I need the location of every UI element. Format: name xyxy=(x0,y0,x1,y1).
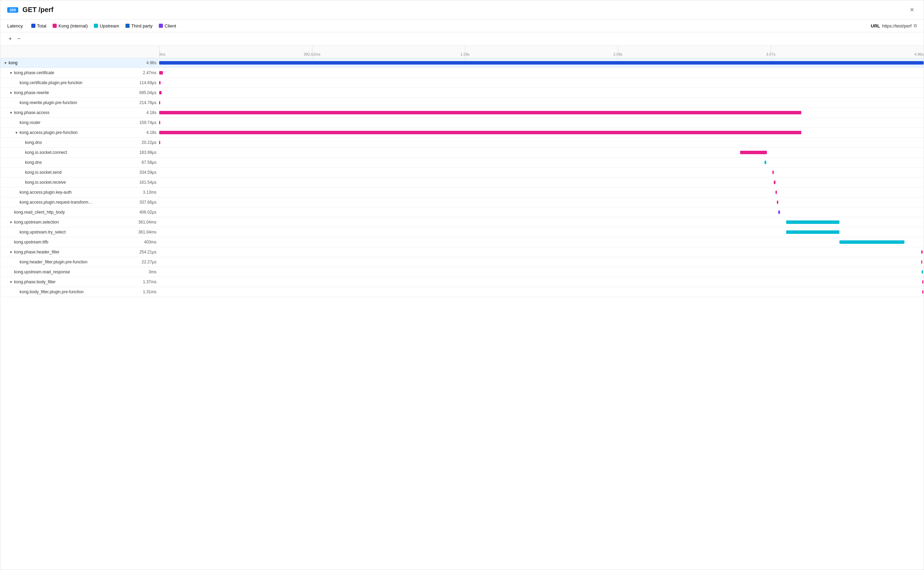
tree-cell: kong.io.socket.send 334.59µs xyxy=(0,167,159,177)
row-name: kong.upstream.read_response xyxy=(14,270,132,274)
tree-cell: kong.access.plugin.key-auth 3.13ms xyxy=(0,187,159,197)
bar xyxy=(740,151,767,154)
header: 200 GET /perf × xyxy=(0,0,924,20)
row-name: kong.io.socket.connect xyxy=(25,150,132,155)
tree-cell: kong.rewrite.plugin.pre-function 214.78µ… xyxy=(0,98,159,107)
tree-cell: kong.dns 20.22µs xyxy=(0,138,159,147)
table-row: kong.dns 67.58µs xyxy=(0,158,924,167)
tree-cell: kong.upstream.try_select 361.04ms xyxy=(0,227,159,237)
row-name: kong.certificate.plugin.pre-function xyxy=(19,80,132,85)
bar xyxy=(159,121,160,124)
modal: 200 GET /perf × Latency Total Kong (inte… xyxy=(0,0,924,570)
client-label: Client xyxy=(165,23,176,29)
row-name: kong.phase.access xyxy=(14,110,132,115)
row-value: 334.59µs xyxy=(132,170,157,175)
chart-cell xyxy=(159,118,924,127)
table-row: kong.io.socket.send 334.59µs xyxy=(0,167,924,178)
expand-icon[interactable]: ▼ xyxy=(9,221,14,224)
rows-scroll[interactable]: ▼ kong 4.96s ▼ kong.phase.certificate 2.… xyxy=(0,58,924,570)
page-title: GET /perf xyxy=(22,6,907,14)
table-row: kong.header_filter.plugin.pre-function 2… xyxy=(0,257,924,267)
row-value: 3.13ms xyxy=(132,190,157,195)
chart-cell xyxy=(159,58,924,67)
chart-cell xyxy=(159,148,924,157)
table-row: ▼ kong 4.96s xyxy=(0,58,924,68)
tree-header-spacer xyxy=(0,46,159,58)
tree-cell: ▼ kong.phase.certificate 2.47ms xyxy=(0,68,159,78)
legend-bar: Latency Total Kong (internal) Upstream T… xyxy=(0,20,924,32)
legend-item-kong: Kong (internal) xyxy=(52,23,88,29)
row-name: kong.phase.rewrite xyxy=(14,90,132,95)
chart-cell xyxy=(159,207,924,217)
table-row: kong.read_client_http_body 406.02µs xyxy=(0,207,924,218)
bar xyxy=(922,280,923,283)
kong-internal-label: Kong (internal) xyxy=(58,23,88,29)
expand-icon[interactable]: ▼ xyxy=(9,91,14,95)
timeline-header: 0ns 992.62ms 1.99s 2.98s 3.97s 4.96s xyxy=(159,46,924,58)
tree-cell: kong.io.socket.connect 183.99µs xyxy=(0,148,159,157)
bar xyxy=(764,161,766,164)
row-value: 4.18s xyxy=(132,130,157,135)
third-party-label: Third party xyxy=(131,23,153,29)
chart-cell xyxy=(159,247,924,257)
bar xyxy=(921,260,922,264)
table-row: kong.io.socket.receive 161.54µs xyxy=(0,178,924,187)
bar xyxy=(922,270,922,274)
expand-icon[interactable]: ▼ xyxy=(3,61,8,65)
status-badge: 200 xyxy=(7,7,18,13)
tree-cell: ▼ kong.phase.access 4.18s xyxy=(0,108,159,118)
chart-cell xyxy=(159,138,924,147)
bar xyxy=(159,71,163,75)
tree-cell: ▼ kong.phase.body_filter 1.37ms xyxy=(0,277,159,287)
tree-cell: kong.upstream.read_response 3ms xyxy=(0,267,159,277)
bar xyxy=(921,250,922,254)
expand-icon[interactable]: ▼ xyxy=(9,111,14,115)
chart-cell xyxy=(159,277,924,287)
bar xyxy=(159,141,160,144)
row-value: 1.31ms xyxy=(132,290,157,294)
tree-cell: ▼ kong.upstream.selection 361.04ms xyxy=(0,218,159,227)
row-value: 337.66µs xyxy=(132,200,157,205)
row-value: 4.18s xyxy=(132,110,157,115)
bar xyxy=(777,201,778,204)
url-value: https://test/perf xyxy=(882,23,912,29)
row-value: 67.58µs xyxy=(132,160,157,165)
row-name: kong.rewrite.plugin.pre-function xyxy=(19,100,132,105)
copy-url-icon[interactable]: ⧉ xyxy=(914,23,917,29)
row-name: kong.io.socket.receive xyxy=(25,180,132,185)
expand-icon[interactable]: ▼ xyxy=(9,250,14,254)
row-name: kong xyxy=(8,60,132,65)
collapse-all-button[interactable]: − xyxy=(16,35,22,43)
row-value: 2.47ms xyxy=(132,70,157,75)
chart-cell xyxy=(159,158,924,167)
table-row: kong.upstream.try_select 361.04ms xyxy=(0,227,924,237)
chart-cell xyxy=(159,78,924,87)
table-row: kong.dns 20.22µs xyxy=(0,138,924,148)
total-label: Total xyxy=(37,23,46,29)
table-row: ▼ kong.upstream.selection 361.04ms xyxy=(0,218,924,227)
chart-cell xyxy=(159,237,924,247)
close-button[interactable]: × xyxy=(907,5,917,15)
table-row: kong.access.plugin.request-transform… 33… xyxy=(0,198,924,207)
row-value: 361.04ms xyxy=(132,230,157,234)
table-row: kong.upstream.ttfb 403ms xyxy=(0,237,924,247)
legend-item-client: Client xyxy=(159,23,176,29)
expand-icon[interactable]: ▼ xyxy=(9,71,14,75)
chart-cell xyxy=(159,128,924,137)
table-row: kong.access.plugin.key-auth 3.13ms xyxy=(0,187,924,198)
bar xyxy=(774,181,775,184)
expand-icon[interactable]: ▼ xyxy=(9,280,14,284)
upstream-dot xyxy=(94,24,98,28)
table-row: ▼ kong.access.plugin.pre-function 4.18s xyxy=(0,128,924,138)
expand-all-button[interactable]: + xyxy=(7,35,13,43)
chart-cell xyxy=(159,178,924,187)
url-label: URL xyxy=(871,23,880,29)
expand-icon[interactable]: ▼ xyxy=(14,131,19,135)
row-value: 254.21µs xyxy=(132,250,157,254)
table-row: kong.upstream.read_response 3ms xyxy=(0,267,924,277)
row-value: 161.54µs xyxy=(132,180,157,185)
upstream-label: Upstream xyxy=(100,23,119,29)
chart-cell xyxy=(159,88,924,98)
chart-cell xyxy=(159,257,924,267)
bar xyxy=(159,111,801,114)
